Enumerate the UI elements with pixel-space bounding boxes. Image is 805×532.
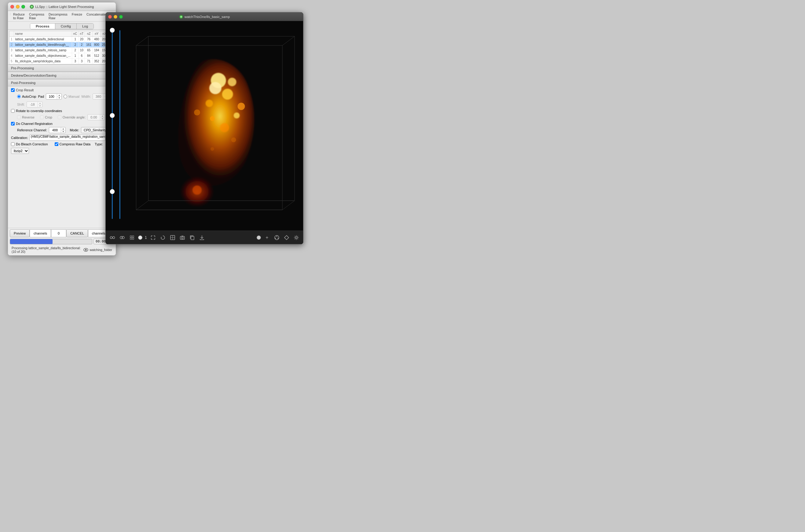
menu-concatenate[interactable]: Concatenate: [85, 12, 107, 20]
minimize-button[interactable]: [16, 5, 20, 8]
menu-freeze[interactable]: Freeze: [70, 12, 84, 20]
grid-icon-btn[interactable]: [128, 234, 136, 241]
fullscreen-icon-btn[interactable]: [149, 234, 157, 241]
col-nc: nC: [72, 31, 78, 37]
rotate-checkbox[interactable]: [11, 109, 15, 113]
viewer-close-button[interactable]: [108, 15, 112, 19]
svg-point-23: [210, 116, 215, 121]
copy2-icon-btn[interactable]: [188, 234, 196, 241]
ref-channel-spinbox[interactable]: ▲ ▼: [49, 127, 66, 133]
menu-decompress-raw[interactable]: Decompress Raw: [47, 12, 69, 20]
grid2-icon-btn[interactable]: [169, 234, 176, 241]
channels-value-input[interactable]: [51, 229, 66, 237]
pad-decrement[interactable]: ▼: [57, 97, 61, 99]
manual-radio-label[interactable]: Manual: [63, 95, 79, 98]
svg-point-28: [194, 109, 200, 115]
pad-input[interactable]: [46, 95, 57, 98]
preview-button[interactable]: Preview: [10, 229, 30, 237]
table-row[interactable]: 1 lattice_sample_data/lls_bidirectional …: [10, 37, 116, 42]
table-row[interactable]: 3 lattice_sample_data/lls_mitosis_samp 2…: [10, 48, 116, 53]
bleach-compress-row: Do Bleach Correction Compress Raw Data T…: [11, 142, 113, 154]
refresh-icon-btn[interactable]: [159, 234, 167, 241]
autocrop-radio[interactable]: [17, 95, 21, 98]
viewer-fullscreen-button[interactable]: [119, 15, 123, 19]
post-processing-section[interactable]: Post-Processing: [8, 79, 116, 87]
menu-compress-raw[interactable]: Compress Raw: [27, 12, 46, 20]
bleach-checkbox-label[interactable]: Do Bleach Correction: [11, 142, 48, 146]
row-name: lattice_sample_data/lls_bidirectional: [14, 37, 72, 42]
manual-radio[interactable]: [63, 95, 67, 98]
compress-type-dropdown[interactable]: lbzip2: [11, 148, 29, 154]
pad-spinbox[interactable]: ▲ ▼: [46, 93, 62, 99]
rotate-checkbox-label[interactable]: Rotate to coverslip coordinates: [11, 109, 62, 113]
cancel-button[interactable]: CANCEL: [66, 229, 88, 237]
row-nt: 2: [78, 42, 85, 48]
polygon-icon-btn[interactable]: [283, 234, 290, 241]
reverse-checkbox-label[interactable]: Reverse: [17, 115, 35, 119]
table-row[interactable]: 5 lls_stickypix_samp/stickypix_data 3 3 …: [10, 59, 116, 64]
crop-result-checkbox[interactable]: [11, 88, 15, 92]
width-input[interactable]: [93, 95, 104, 98]
copy-icon-btn[interactable]: [109, 234, 116, 241]
viewer-traffic-lights: [108, 15, 123, 19]
row-name: lls_stickypix_samp/stickypix_data: [14, 59, 72, 64]
calibration-input[interactable]: (HMS)/CBMF/lattice_sample_data/lls_regis…: [29, 135, 106, 141]
row-num: 2: [10, 42, 14, 48]
channel-reg-checkbox[interactable]: [11, 122, 15, 126]
shift-input[interactable]: [27, 102, 38, 106]
crop-result-row: Crop Result: [11, 88, 113, 92]
viewer-title-bar: watchThisOne/lls_basic_samp: [106, 13, 303, 21]
tab-log[interactable]: Log: [77, 23, 93, 29]
row-nc: 2: [72, 48, 78, 53]
override-angle-label[interactable]: Override angle:: [58, 115, 86, 119]
channels-input-left[interactable]: [30, 229, 51, 237]
ref-channel-up[interactable]: ▲: [61, 127, 65, 130]
ref-channel-input[interactable]: [49, 128, 61, 132]
post-processing-controls: Crop Result AutoCrop Pad ▲ ▼ Manual Widt…: [8, 87, 116, 157]
svg-point-8: [110, 28, 115, 33]
export-icon-btn[interactable]: [198, 234, 206, 241]
col-name: name: [14, 31, 72, 37]
table-row[interactable]: 4 lattice_sample_data/lls_objectivescan_…: [10, 53, 116, 59]
channel-reg-row: Do Channel Registration: [11, 122, 113, 126]
export-icon: [199, 235, 205, 240]
crop-result-checkbox-label[interactable]: Crop Result: [11, 88, 34, 92]
pad-increment[interactable]: ▲: [57, 94, 61, 97]
svg-point-20: [222, 89, 233, 99]
compress-checkbox[interactable]: [55, 142, 58, 146]
plus-icon-btn[interactable]: +: [263, 234, 271, 241]
svg-point-5: [180, 16, 182, 18]
menu-reduce-raw[interactable]: Reduce to Raw: [11, 12, 26, 20]
channel-reg-checkbox-label[interactable]: Do Channel Registration: [11, 122, 53, 126]
row-nz: 65: [85, 48, 93, 53]
table-row[interactable]: 2 lattice_sample_data/lls_bleedthrough__…: [10, 42, 116, 48]
close-button[interactable]: [11, 5, 14, 8]
pre-processing-section[interactable]: Pre-Processing: [8, 64, 116, 72]
bleach-checkbox[interactable]: [11, 142, 15, 146]
shift-spinbox[interactable]: ▲ ▼: [26, 101, 42, 108]
crop-checkbox-label[interactable]: Crop: [40, 115, 52, 119]
tab-config[interactable]: Config: [55, 23, 77, 29]
svg-rect-42: [130, 238, 132, 240]
fullscreen-button[interactable]: [21, 5, 25, 8]
channel-indicator: [138, 235, 142, 240]
tab-process[interactable]: Process: [30, 23, 55, 29]
svg-rect-41: [132, 236, 134, 237]
svg-point-25: [209, 82, 222, 94]
svg-marker-44: [161, 237, 162, 238]
shift-increment[interactable]: ▲: [38, 102, 42, 105]
channel-number: 1: [145, 235, 147, 240]
gear-icon-btn[interactable]: [293, 234, 300, 241]
row-nt: 3: [78, 59, 85, 64]
loop-icon-btn[interactable]: [118, 234, 126, 241]
ref-channel-down[interactable]: ▼: [61, 130, 65, 133]
deskew-section[interactable]: Deskew/Deconvolution/Saving: [8, 72, 116, 79]
compress-checkbox-label[interactable]: Compress Raw Data: [55, 142, 90, 146]
camera-icon-btn[interactable]: [179, 234, 186, 241]
progress-bar: [10, 239, 92, 244]
shift-decrement[interactable]: ▼: [38, 105, 42, 108]
palette-icon-btn[interactable]: [273, 234, 280, 241]
viewer-minimize-button[interactable]: [114, 15, 117, 19]
autocrop-radio-label[interactable]: AutoCrop: [17, 95, 36, 98]
copy-icon: [110, 235, 115, 240]
